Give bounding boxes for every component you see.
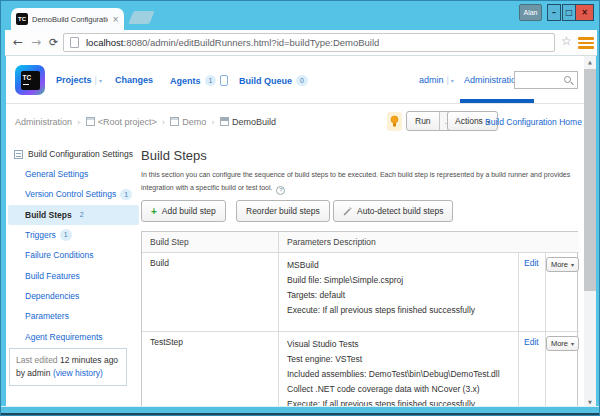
sidebar-item-agent-requirements[interactable]: Agent Requirements [8,326,139,346]
lightbulb-icon [390,115,399,129]
chevron-down-icon[interactable]: ▾ [99,77,102,84]
breadcrumb-root-project[interactable]: <Root project> [86,117,157,127]
wand-icon [343,207,352,216]
last-edited-by: by admin [16,368,51,378]
breadcrumb-separator-icon: › [162,117,166,127]
favicon-text: TC [18,16,26,22]
user-menu[interactable]: admin | ▾ [419,75,454,85]
sidebar-item-triggers[interactable]: Triggers1 [8,225,139,245]
teamcity-logo[interactable]: TC [15,65,45,95]
user-menu-separator: | [447,75,449,85]
browser-toolbar: ← → ⟳ localhost:8080/admin/editBuildRunn… [5,30,597,56]
browser-tab[interactable]: TC DemoBuild Configuration × [11,8,124,30]
search-box[interactable] [514,71,578,89]
sidebar-item-parameters[interactable]: Parameters [8,306,139,326]
chevron-down-icon[interactable]: ▾ [451,77,454,84]
nav-agents[interactable]: Agents 1 [170,75,228,86]
count-badge: 1 [60,229,72,240]
logo-underscore [23,84,29,86]
active-tab-underline [460,99,534,103]
project-icon [170,117,179,126]
search-input[interactable] [517,73,561,87]
breadcrumb-administration[interactable]: Administration [15,117,72,127]
address-bar[interactable]: localhost:8080/admin/editBuildRunners.ht… [63,33,555,52]
column-header-build-step: Build Step [142,232,278,253]
view-history-link[interactable]: (view history) [53,368,103,378]
breadcrumb-separator-icon: › [211,117,215,127]
url-path: :8080/admin/editBuildRunners.html?id=bui… [124,37,380,48]
build-configuration-home-link[interactable]: Build Configuration Home [485,117,582,127]
table-row-teststep-name: TestStep [142,331,278,408]
breadcrumb-demobuild[interactable]: DemoBuild [220,117,276,127]
new-tab-button[interactable] [128,11,154,24]
reorder-build-steps-label: Reorder build steps [246,206,320,216]
build-steps-table: Build Step Parameters Description Build … [141,231,578,408]
window-bottom-frame [1,406,599,415]
title-bar: TC DemoBuild Configuration × Alan – □ × [1,1,599,30]
logo-text: TC [23,75,32,82]
browser-window: TC DemoBuild Configuration × Alan – □ × … [0,0,600,416]
forward-icon[interactable]: → [31,35,41,49]
hint-bulb-chip[interactable] [387,112,402,131]
table-row-teststep-params: Visual Studio Tests Test engine: VSTest … [278,331,518,408]
edit-link-build[interactable]: Edit [518,253,545,331]
nav-agents-label: Agents [170,76,201,86]
count-badge: 1 [120,189,132,200]
sidebar-item-dependencies[interactable]: Dependencies [8,286,139,306]
nav-separator: | [95,75,97,85]
more-button-build[interactable]: More ▾ [546,257,579,272]
reorder-build-steps-button[interactable]: Reorder build steps [236,200,330,222]
auto-detect-build-steps-button[interactable]: Auto-detect build steps [333,200,453,222]
last-edited-box: Last edited 12 minutes ago by admin (vie… [9,348,127,386]
edit-link-teststep[interactable]: Edit [518,331,545,408]
scrollbar-thumb[interactable] [584,69,596,291]
help-icon[interactable]: ? [276,186,285,195]
browser-menu-icon[interactable] [578,37,594,51]
build-config-icon [220,117,229,126]
last-edited-prefix: Last edited [16,355,58,365]
breadcrumb-demo[interactable]: Demo [170,117,206,127]
section-description: In this section you can configure the se… [141,168,583,195]
teamcity-logo-box: TC [21,71,40,90]
close-button[interactable]: × [575,4,594,21]
project-icon [86,117,95,126]
last-edited-time: 12 minutes ago [60,355,118,365]
maximize-button[interactable]: □ [562,4,576,21]
sidebar-item-build-features[interactable]: Build Features [8,265,139,285]
teamcity-favicon: TC [16,13,28,25]
scrollbar[interactable]: ▲ ▼ [584,56,596,408]
sidebar-item-general-settings[interactable]: General Settings [8,164,139,184]
count-badge: 2 [76,209,88,220]
refresh-icon[interactable]: ⟳ [49,36,58,49]
breadcrumb-separator-icon: › [77,117,81,127]
agent-status-icon [220,75,228,86]
nav-build-queue-label: Build Queue [239,76,292,86]
sidebar-item-failure-conditions[interactable]: Failure Conditions [8,245,139,265]
back-icon[interactable]: ← [13,35,23,49]
nav-projects-label: Projects [56,75,92,85]
bookmark-star-icon[interactable]: ☆ [561,34,572,48]
plus-icon: + [151,206,157,217]
scroll-up-icon[interactable]: ▲ [584,56,596,68]
auto-detect-build-steps-label: Auto-detect build steps [357,206,443,216]
nav-changes-label: Changes [115,75,153,85]
user-menu-label: admin [419,75,444,85]
page-icon [70,37,79,48]
add-build-step-button[interactable]: + Add build step [141,200,226,222]
nav-changes[interactable]: Changes [115,75,153,85]
breadcrumb: Administration › <Root project> › Demo ›… [15,117,276,127]
add-build-step-label: Add build step [162,206,216,216]
settings-icon [14,150,23,159]
run-button-label: Run [407,116,439,126]
browser-profile-button[interactable]: Alan [519,4,542,21]
minimize-button[interactable]: – [547,4,561,21]
more-button-teststep[interactable]: More ▾ [546,336,579,351]
sidebar-item-version-control-settings[interactable]: Version Control Settings1 [8,184,139,204]
sidebar-item-build-steps[interactable]: Build Steps2 [8,205,139,225]
nav-projects[interactable]: Projects | ▾ [56,75,102,85]
tab-close-icon[interactable]: × [112,15,119,24]
nav-build-queue[interactable]: Build Queue 0 [239,75,308,86]
nav-administration[interactable]: Administration [464,75,521,85]
chevron-down-icon: ▾ [571,340,574,347]
table-row-build-name: Build [142,253,278,331]
